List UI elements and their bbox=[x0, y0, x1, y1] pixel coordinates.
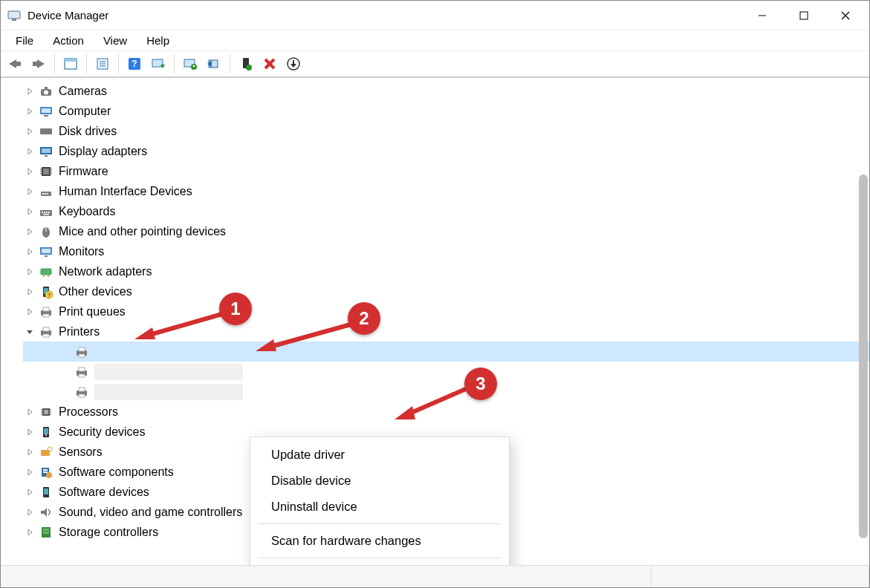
tree-item-firmware[interactable]: Firmware bbox=[23, 161, 869, 181]
svg-rect-122 bbox=[44, 489, 48, 494]
svg-text:?: ? bbox=[48, 292, 51, 298]
svg-rect-98 bbox=[79, 394, 85, 397]
window-title: Device Manager bbox=[27, 9, 741, 22]
update-driver-button[interactable] bbox=[179, 53, 201, 75]
tree-item-cameras[interactable]: Cameras bbox=[23, 81, 869, 101]
maximize-button[interactable] bbox=[783, 1, 825, 30]
svg-rect-1 bbox=[12, 19, 16, 21]
ctx-uninstall-device[interactable]: Uninstall device bbox=[250, 494, 509, 520]
sound-icon bbox=[38, 504, 54, 520]
svg-marker-44 bbox=[28, 169, 32, 174]
chevron-right-icon[interactable] bbox=[23, 265, 36, 278]
hid-icon bbox=[38, 183, 54, 200]
tree-item-mice-and-other-pointing-devices[interactable]: Mice and other pointing devices bbox=[23, 221, 869, 241]
tree-item-printers[interactable]: Printers bbox=[23, 321, 869, 342]
display-icon bbox=[38, 143, 54, 160]
svg-rect-76 bbox=[48, 275, 49, 277]
chevron-right-icon[interactable] bbox=[23, 85, 36, 98]
printer-icon bbox=[74, 364, 90, 380]
chevron-right-icon[interactable] bbox=[23, 185, 36, 198]
tree-item-label: Keyboards bbox=[59, 205, 116, 218]
chevron-right-icon[interactable] bbox=[23, 245, 36, 258]
tree-item-monitors[interactable]: Monitors bbox=[23, 241, 869, 261]
tree-item-label: Print queues bbox=[59, 305, 126, 318]
firmware-icon bbox=[38, 163, 54, 180]
chevron-right-icon[interactable] bbox=[23, 165, 36, 178]
svg-rect-57 bbox=[47, 193, 48, 195]
properties-button[interactable] bbox=[91, 53, 114, 75]
svg-rect-88 bbox=[43, 327, 49, 331]
ctx-disable-device[interactable]: Disable device bbox=[250, 468, 509, 494]
security-icon bbox=[38, 424, 54, 440]
chevron-down-icon[interactable] bbox=[23, 325, 36, 339]
tree-item-other-devices[interactable]: ?Other devices bbox=[23, 281, 869, 301]
tree-child-item[interactable] bbox=[23, 382, 869, 402]
ctx-separator bbox=[258, 523, 501, 524]
menu-action[interactable]: Action bbox=[44, 32, 93, 49]
forward-button[interactable] bbox=[27, 53, 50, 75]
svg-marker-28 bbox=[290, 60, 296, 68]
chevron-right-icon[interactable] bbox=[23, 405, 36, 419]
chevron-right-icon[interactable] bbox=[23, 526, 36, 539]
svg-rect-75 bbox=[43, 275, 45, 277]
show-hide-tree-button[interactable] bbox=[59, 53, 82, 75]
add-legacy-button[interactable] bbox=[282, 53, 305, 75]
back-button[interactable] bbox=[4, 53, 26, 75]
chevron-right-icon[interactable] bbox=[23, 466, 36, 479]
svg-rect-73 bbox=[41, 269, 51, 275]
chevron-right-icon[interactable] bbox=[23, 425, 36, 439]
chevron-right-icon[interactable] bbox=[23, 225, 36, 238]
svg-rect-97 bbox=[79, 388, 85, 391]
tree-child-item[interactable] bbox=[23, 362, 869, 382]
menu-file[interactable]: File bbox=[7, 32, 42, 49]
menu-view[interactable]: View bbox=[94, 32, 136, 49]
menu-help[interactable]: Help bbox=[137, 32, 178, 49]
tree-item-processors[interactable]: Processors bbox=[23, 402, 869, 422]
minimize-button[interactable] bbox=[741, 1, 783, 30]
svg-marker-29 bbox=[28, 88, 32, 94]
chevron-right-icon[interactable] bbox=[23, 506, 36, 519]
svg-rect-127 bbox=[43, 529, 49, 531]
tree-child-item[interactable] bbox=[23, 342, 869, 362]
uninstall-button[interactable] bbox=[259, 53, 281, 75]
svg-rect-60 bbox=[42, 212, 43, 213]
svg-marker-7 bbox=[33, 59, 45, 68]
chevron-right-icon[interactable] bbox=[23, 205, 36, 218]
tree-item-display-adapters[interactable]: Display adapters bbox=[23, 141, 869, 161]
chevron-right-icon[interactable] bbox=[23, 105, 36, 118]
svg-rect-38 bbox=[40, 128, 52, 134]
tree-item-computer[interactable]: Computer bbox=[23, 101, 869, 121]
svg-marker-112 bbox=[28, 449, 32, 455]
close-button[interactable] bbox=[825, 1, 866, 30]
tree-item-network-adapters[interactable]: Network adapters bbox=[23, 261, 869, 281]
tree-item-keyboards[interactable]: Keyboards bbox=[23, 201, 869, 221]
chevron-right-icon[interactable] bbox=[23, 125, 36, 138]
tree-item-label: Processors bbox=[59, 405, 118, 419]
chevron-right-icon[interactable] bbox=[23, 486, 36, 499]
chevron-right-icon[interactable] bbox=[23, 285, 36, 298]
tree-item-label: Monitors bbox=[59, 245, 104, 258]
disable-button[interactable] bbox=[203, 53, 225, 75]
ctx-scan-hardware[interactable]: Scan for hardware changes bbox=[250, 528, 509, 554]
tree-item-label: Disk drives bbox=[59, 125, 117, 138]
help-button[interactable]: ? bbox=[123, 53, 146, 75]
ctx-update-driver[interactable]: Update driver bbox=[250, 442, 509, 468]
enable-device-button[interactable] bbox=[235, 53, 257, 75]
svg-rect-0 bbox=[8, 11, 20, 19]
svg-marker-40 bbox=[28, 148, 32, 154]
svg-marker-68 bbox=[28, 249, 32, 255]
tree-item-label: Other devices bbox=[59, 285, 132, 298]
svg-rect-118 bbox=[43, 471, 48, 473]
tree-item-print-queues[interactable]: Print queues bbox=[23, 301, 869, 321]
scan-hardware-button[interactable] bbox=[147, 53, 169, 75]
svg-rect-64 bbox=[43, 214, 49, 215]
chevron-right-icon[interactable] bbox=[23, 445, 36, 459]
ctx-properties[interactable]: Properties bbox=[250, 562, 509, 565]
chevron-right-icon[interactable] bbox=[23, 145, 36, 158]
vertical-scrollbar[interactable] bbox=[859, 174, 868, 538]
tree-item-human-interface-devices[interactable]: Human Interface Devices bbox=[23, 181, 869, 201]
svg-rect-70 bbox=[42, 249, 51, 253]
tree-item-disk-drives[interactable]: Disk drives bbox=[23, 121, 869, 141]
chevron-right-icon[interactable] bbox=[23, 305, 36, 318]
device-manager-window: Device Manager File Action View Help ? C… bbox=[0, 0, 870, 588]
